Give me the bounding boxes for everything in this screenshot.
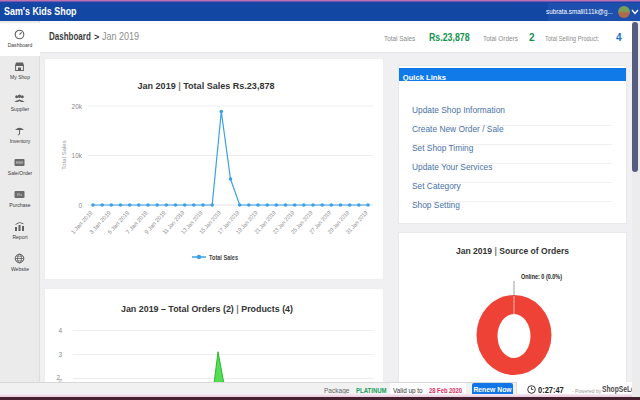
svg-text:4: 4 — [58, 327, 62, 334]
svg-text:Jan 2019 – Total Orders (2) |: Jan 2019 – Total Orders (2) | Products (… — [121, 303, 293, 314]
svg-text:EMI: EMI — [16, 160, 23, 165]
svg-text:Total Sales: Total Sales — [61, 140, 67, 169]
svg-text:0: 0 — [78, 202, 82, 209]
svg-text:Jan 2019 | Total Sales Rs.23,8: Jan 2019 | Total Sales Rs.23,878 — [138, 80, 275, 91]
svg-text:Total Sales: Total Sales — [209, 254, 238, 261]
svg-text:3: 3 — [58, 351, 62, 358]
svg-text:10k: 10k — [72, 152, 83, 159]
svg-text:Online: 0 (0.0%): Online: 0 (0.0%) — [521, 272, 562, 281]
svg-text:Rs: Rs — [17, 192, 22, 197]
svg-text:20k: 20k — [72, 103, 83, 110]
